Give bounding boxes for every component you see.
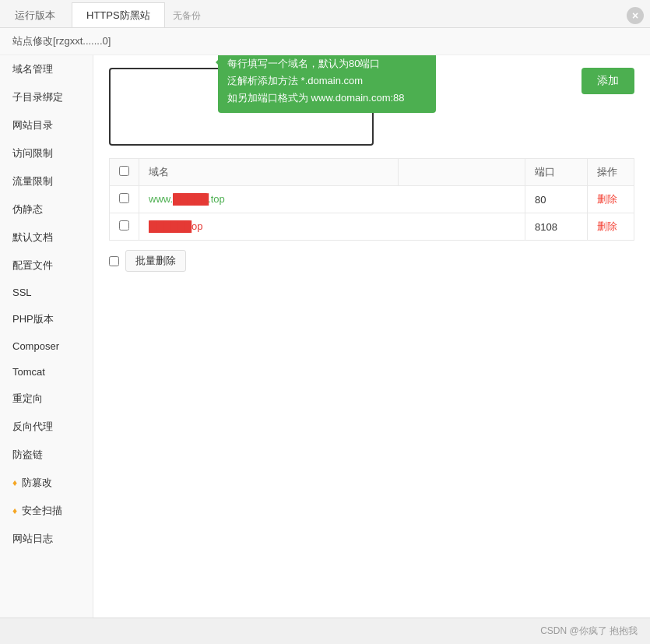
- table-header-row: 域名 端口 操作: [110, 159, 634, 186]
- add-button[interactable]: 添加: [581, 68, 634, 94]
- gem-icon: ♦: [12, 477, 17, 488]
- sidebar: 域名管理子目录绑定网站目录访问限制流量限制伪静态默认文档配置文件SSLPHP版本…: [0, 55, 93, 618]
- title-bar: 站点修改[rzgxxt.......0]: [0, 28, 650, 55]
- domain-cell: ██████op: [139, 213, 525, 241]
- delete-action[interactable]: 删除: [588, 213, 634, 241]
- domain-text-suffix: .top: [208, 193, 225, 205]
- main-area: 域名管理子目录绑定网站目录访问限制流量限制伪静态默认文档配置文件SSLPHP版本…: [0, 55, 650, 618]
- sidebar-item-10[interactable]: Composer: [0, 333, 93, 359]
- header-spacer: [398, 159, 525, 186]
- sidebar-item-14[interactable]: 防盗链: [0, 441, 93, 469]
- tab-https[interactable]: HTTPS防黑站: [72, 2, 165, 27]
- sidebar-item-6[interactable]: 默认文档: [0, 223, 93, 252]
- sidebar-item-3[interactable]: 访问限制: [0, 139, 93, 167]
- no-backup-label: 无备份: [173, 9, 201, 23]
- table-body: www.█████.top80删除██████op8108删除: [110, 186, 634, 241]
- row-checkbox-0[interactable]: [119, 193, 129, 203]
- tooltip-line3: 如另加端口格式为 www.domain.com:88: [227, 90, 427, 107]
- sidebar-item-label: 网站目录: [12, 118, 53, 132]
- sidebar-item-label: PHP版本: [12, 312, 54, 326]
- tooltip-line1: 每行填写一个域名，默认为80端口: [227, 55, 427, 72]
- sidebar-item-label: 网站日志: [12, 532, 53, 546]
- port-cell: 8108: [525, 213, 588, 241]
- header-checkbox-col: [110, 159, 139, 186]
- delete-action[interactable]: 删除: [588, 186, 634, 213]
- domain-redacted: █████: [173, 193, 208, 206]
- table-row: ██████op8108删除: [110, 213, 634, 241]
- sidebar-item-0[interactable]: 域名管理: [0, 55, 93, 83]
- sidebar-item-label: 安全扫描: [22, 504, 62, 518]
- sidebar-item-12[interactable]: 重定向: [0, 385, 93, 413]
- sidebar-item-17[interactable]: 网站日志: [0, 525, 93, 553]
- domain-text-suffix: op: [191, 220, 202, 232]
- gem-icon: ♦: [12, 505, 17, 516]
- sidebar-items: 域名管理子目录绑定网站目录访问限制流量限制伪静态默认文档配置文件SSLPHP版本…: [0, 55, 93, 553]
- tooltip: 每行填写一个域名，默认为80端口 泛解析添加方法 *.domain.com 如另…: [218, 55, 436, 113]
- sidebar-item-label: 反向代理: [12, 420, 53, 434]
- sidebar-item-15[interactable]: ♦防篡改: [0, 469, 93, 497]
- sidebar-item-8[interactable]: SSL: [0, 280, 93, 305]
- table-row: www.█████.top80删除: [110, 186, 634, 213]
- sidebar-item-label: 默认文档: [12, 231, 53, 245]
- modal: 运行版本 HTTPS防黑站 无备份 × 站点修改[rzgxxt.......0]…: [0, 0, 650, 644]
- tab-bar: 运行版本 HTTPS防黑站 无备份 ×: [0, 0, 650, 28]
- sidebar-item-label: 子目录绑定: [12, 90, 63, 104]
- bottom-bar: CSDN @你疯了 抱抱我: [0, 618, 650, 644]
- content-area: 每行填写一个域名，默认为80端口 泛解析添加方法 *.domain.com 如另…: [93, 55, 650, 618]
- sidebar-item-label: 重定向: [12, 392, 43, 406]
- sidebar-item-label: SSL: [12, 287, 32, 298]
- row-checkbox-1[interactable]: [119, 220, 129, 231]
- sidebar-item-label: 域名管理: [12, 62, 53, 76]
- header-domain: 域名: [139, 159, 399, 186]
- sidebar-item-7[interactable]: 配置文件: [0, 252, 93, 280]
- select-all-checkbox[interactable]: [119, 166, 129, 176]
- domain-cell: www.█████.top: [139, 186, 525, 213]
- tooltip-line2: 泛解析添加方法 *.domain.com: [227, 72, 427, 90]
- sidebar-item-label: 防盗链: [12, 448, 43, 462]
- sidebar-item-1[interactable]: 子目录绑定: [0, 83, 93, 111]
- batch-delete-button[interactable]: 批量删除: [125, 250, 186, 272]
- domain-redacted: ██████: [149, 220, 191, 233]
- sidebar-item-label: 配置文件: [12, 259, 53, 273]
- sidebar-item-label: 伪静态: [12, 202, 43, 216]
- sidebar-item-9[interactable]: PHP版本: [0, 305, 93, 333]
- header-action: 操作: [588, 159, 634, 186]
- sidebar-item-13[interactable]: 反向代理: [0, 413, 93, 441]
- sidebar-item-5[interactable]: 伪静态: [0, 195, 93, 223]
- sidebar-item-16[interactable]: ♦安全扫描: [0, 497, 93, 525]
- domain-table: 域名 端口 操作 www.█████.top80删除██████op8108删除: [109, 158, 634, 241]
- sidebar-item-4[interactable]: 流量限制: [0, 167, 93, 195]
- tab-run-version[interactable]: 运行版本: [0, 2, 70, 27]
- batch-delete-area: 批量删除: [109, 250, 634, 272]
- bottom-text: CSDN @你疯了 抱抱我: [540, 625, 638, 636]
- sidebar-item-2[interactable]: 网站目录: [0, 111, 93, 139]
- sidebar-item-label: 流量限制: [12, 174, 53, 188]
- sidebar-item-label: 防篡改: [22, 476, 52, 490]
- batch-delete-checkbox[interactable]: [109, 256, 119, 266]
- page-title: 站点修改[rzgxxt.......0]: [12, 35, 111, 47]
- sidebar-item-label: Composer: [12, 340, 59, 352]
- header-port: 端口: [525, 159, 588, 186]
- sidebar-item-label: 访问限制: [12, 146, 53, 160]
- domain-text-prefix: www.: [149, 193, 173, 205]
- sidebar-item-11[interactable]: Tomcat: [0, 359, 93, 385]
- sidebar-item-label: Tomcat: [12, 366, 45, 378]
- port-cell: 80: [525, 186, 588, 213]
- close-button[interactable]: ×: [627, 7, 644, 24]
